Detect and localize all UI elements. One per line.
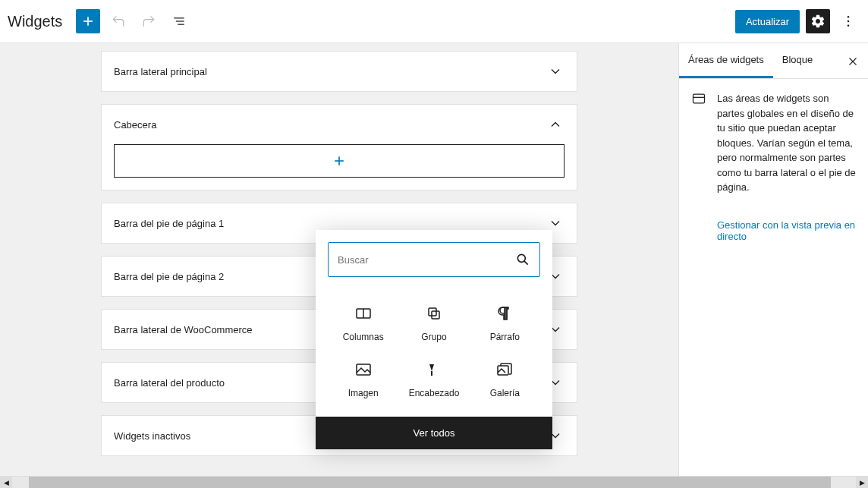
widget-area-title: Barra lateral de WooCommerce bbox=[114, 324, 253, 335]
search-icon bbox=[515, 252, 530, 267]
undo-icon bbox=[111, 14, 126, 29]
svg-rect-14 bbox=[429, 308, 436, 316]
block-option-label: Grupo bbox=[421, 332, 446, 342]
tab-widget-areas[interactable]: Áreas de widgets bbox=[679, 43, 773, 78]
widget-area-body bbox=[102, 144, 577, 190]
manage-live-preview-link[interactable]: Gestionar con la vista previa en directo bbox=[679, 219, 868, 242]
svg-point-5 bbox=[848, 16, 850, 18]
more-options-button[interactable] bbox=[836, 9, 860, 33]
editor-canvas: Barra lateral principal Cabecera Barra bbox=[0, 43, 678, 488]
svg-point-6 bbox=[848, 20, 850, 23]
widget-area-title: Barra del pie de página 1 bbox=[114, 218, 224, 229]
gallery-icon bbox=[495, 360, 514, 379]
list-view-icon bbox=[171, 14, 187, 29]
widget-area-header[interactable]: Cabecera bbox=[102, 105, 577, 144]
block-option-group[interactable]: Grupo bbox=[398, 295, 469, 351]
svg-rect-15 bbox=[432, 311, 439, 319]
widget-area-title: Barra del pie de página 2 bbox=[114, 271, 224, 282]
block-option-label: Columnas bbox=[343, 332, 384, 342]
plus-icon bbox=[332, 153, 347, 168]
list-view-button[interactable] bbox=[167, 9, 191, 33]
undo-button[interactable] bbox=[106, 9, 131, 33]
scroll-left-arrow[interactable]: ◀ bbox=[0, 477, 12, 488]
block-option-paragraph[interactable]: Párrafo bbox=[470, 295, 540, 351]
sidebar-content: Las áreas de widgets son partes globales… bbox=[679, 79, 868, 207]
gear-icon bbox=[810, 14, 826, 29]
block-option-image[interactable]: Imagen bbox=[328, 351, 398, 408]
add-block-inline-button[interactable] bbox=[114, 144, 565, 178]
sidebar-tabs: Áreas de widgets Bloque bbox=[679, 43, 868, 79]
block-option-gallery[interactable]: Galería bbox=[470, 351, 540, 408]
close-sidebar-button[interactable] bbox=[844, 52, 862, 71]
widget-area-title: Barra lateral principal bbox=[114, 66, 207, 77]
block-option-label: Imagen bbox=[348, 388, 379, 398]
widget-area-title: Cabecera bbox=[114, 119, 156, 131]
widget-area-title: Widgets inactivos bbox=[114, 430, 190, 442]
add-block-button[interactable] bbox=[76, 9, 100, 33]
svg-point-10 bbox=[517, 254, 525, 262]
close-icon bbox=[846, 55, 860, 68]
redo-button[interactable] bbox=[137, 9, 161, 33]
search-input[interactable] bbox=[338, 254, 515, 266]
scroll-track[interactable] bbox=[12, 477, 856, 488]
update-button[interactable]: Actualizar bbox=[735, 10, 800, 33]
widget-area-header[interactable]: Barra lateral principal bbox=[102, 52, 577, 91]
svg-line-11 bbox=[524, 261, 528, 265]
scroll-thumb[interactable] bbox=[29, 477, 830, 488]
svg-rect-18 bbox=[431, 371, 432, 376]
widget-area: Barra lateral principal bbox=[101, 51, 577, 92]
more-vertical-icon bbox=[841, 14, 856, 29]
page-title: Widgets bbox=[8, 13, 62, 30]
svg-marker-17 bbox=[429, 364, 434, 371]
top-toolbar: Widgets Actualizar bbox=[0, 0, 868, 43]
plus-icon bbox=[80, 14, 96, 29]
main-layout: Barra lateral principal Cabecera Barra bbox=[0, 43, 868, 488]
view-all-button[interactable]: Ver todos bbox=[316, 417, 552, 449]
block-option-columns[interactable]: Columnas bbox=[328, 295, 398, 351]
toolbar-right: Actualizar bbox=[735, 9, 860, 33]
search-box bbox=[328, 242, 540, 277]
image-icon bbox=[354, 360, 373, 379]
sidebar-description: Las áreas de widgets son partes globales… bbox=[717, 91, 856, 195]
tab-block[interactable]: Bloque bbox=[773, 43, 822, 78]
block-inserter-popover: Columnas Grupo Párrafo Imagen Encabezado bbox=[316, 230, 552, 449]
block-option-label: Encabezado bbox=[409, 388, 460, 398]
toolbar-left: Widgets bbox=[8, 9, 191, 33]
svg-rect-22 bbox=[693, 94, 705, 103]
inserter-grid: Columnas Grupo Párrafo Imagen Encabezado bbox=[316, 289, 552, 417]
settings-sidebar: Áreas de widgets Bloque Las áreas de wid… bbox=[678, 43, 868, 488]
paragraph-icon bbox=[495, 304, 514, 323]
chevron-down-icon bbox=[546, 62, 565, 80]
svg-point-7 bbox=[848, 25, 850, 27]
horizontal-scrollbar[interactable]: ◀ ▶ bbox=[0, 476, 868, 488]
block-option-heading[interactable]: Encabezado bbox=[398, 351, 469, 408]
scroll-right-arrow[interactable]: ▶ bbox=[856, 477, 868, 488]
block-option-label: Galería bbox=[490, 388, 520, 398]
layout-icon bbox=[691, 91, 706, 106]
widget-area: Cabecera bbox=[101, 104, 577, 190]
chevron-up-icon bbox=[546, 115, 565, 134]
heading-icon bbox=[425, 360, 443, 379]
columns-icon bbox=[354, 304, 373, 323]
redo-icon bbox=[141, 14, 156, 29]
inserter-search-wrap bbox=[316, 230, 552, 289]
group-icon bbox=[425, 304, 443, 323]
widget-area-title: Barra lateral del producto bbox=[114, 377, 225, 389]
settings-button[interactable] bbox=[806, 9, 830, 33]
block-option-label: Párrafo bbox=[490, 332, 520, 342]
